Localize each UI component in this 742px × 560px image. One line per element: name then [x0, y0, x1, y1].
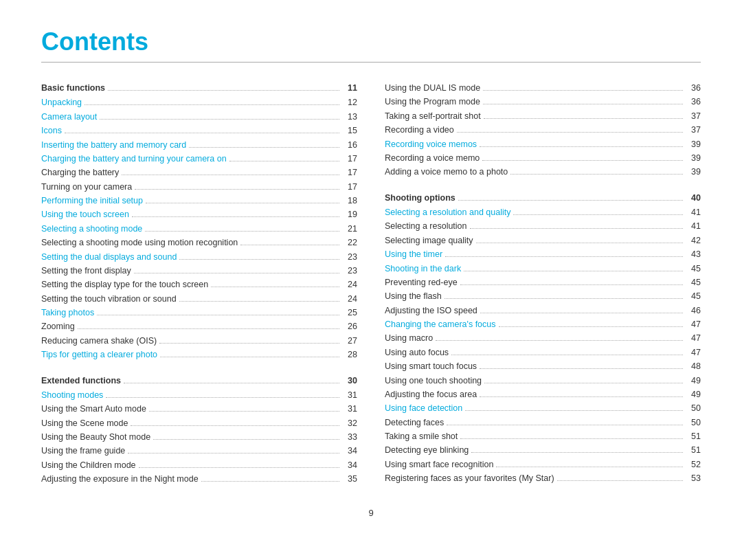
toc-dots	[470, 228, 683, 229]
toc-item: Using the Children mode34	[41, 459, 357, 472]
toc-page-num: 17	[342, 166, 357, 179]
toc-item: Unpacking12	[41, 96, 357, 109]
toc-dots	[445, 256, 683, 257]
toc-item: Using the timer43	[385, 248, 701, 261]
toc-section-header: Shooting options40	[385, 192, 701, 205]
toc-dots	[135, 189, 339, 190]
toc-item-label: Recording a video	[385, 124, 454, 137]
toc-item: Using auto focus47	[385, 346, 701, 359]
toc-dots	[457, 132, 683, 133]
toc-item: Icons15	[41, 124, 357, 137]
toc-page-num: 11	[342, 82, 357, 95]
toc-page-num: 37	[686, 124, 701, 137]
toc-page-num: 31	[342, 389, 357, 402]
toc-item: Using smart touch focus48	[385, 360, 701, 373]
toc-dots	[149, 411, 339, 412]
toc-item-label: Icons	[41, 124, 62, 137]
toc-item: Detecting eye blinking51	[385, 444, 701, 457]
toc-page-num: 22	[342, 236, 357, 249]
toc-item-label: Selecting a shooting mode using motion r…	[41, 236, 238, 249]
toc-item-label: Charging the battery and turning your ca…	[41, 153, 227, 166]
toc-dots	[480, 146, 683, 147]
toc-dots	[458, 200, 683, 201]
toc-item: Selecting a shooting mode21	[41, 223, 357, 236]
toc-section-header: Extended functions30	[41, 374, 357, 388]
toc-page-num: 18	[342, 194, 357, 208]
toc-dots	[557, 480, 683, 481]
toc-item-label: Camera layout	[41, 111, 97, 124]
toc-dots	[124, 383, 339, 383]
toc-section-header: Basic functions11	[41, 82, 357, 95]
toc-item-label: Preventing red-eye	[385, 276, 458, 289]
toc-dots	[97, 315, 339, 315]
section-header-label: Shooting options	[385, 192, 456, 205]
toc-page-num: 42	[686, 234, 701, 247]
toc-page-num: 34	[342, 445, 357, 458]
toc-page-num: 35	[342, 473, 357, 486]
toc-page-num: 36	[686, 82, 701, 95]
toc-item: Reducing camera shake (OIS)27	[41, 335, 357, 348]
toc-item: Turning on your camera17	[41, 181, 357, 194]
toc-dots	[146, 203, 339, 203]
toc-dots	[85, 104, 339, 105]
toc-item: Adjusting the focus area49	[385, 388, 701, 401]
toc-item: Taking a smile shot51	[385, 430, 701, 443]
toc-item-label: Using the Beauty Shot mode	[41, 431, 150, 444]
toc-item-label: Tips for getting a clearer photo	[41, 348, 157, 361]
toc-item-label: Using the Program mode	[385, 96, 480, 109]
toc-page-num: 23	[342, 265, 357, 278]
toc-item-label: Taking photos	[41, 306, 94, 320]
toc-item-label: Taking a smile shot	[385, 430, 458, 443]
toc-page-num: 49	[686, 388, 701, 401]
toc-page-num: 39	[686, 138, 701, 151]
toc-item-label: Selecting a resolution	[385, 220, 467, 233]
toc-item-label: Using the flash	[385, 290, 442, 303]
toc-item: Charging the battery and turning your ca…	[41, 153, 357, 166]
toc-dots	[460, 284, 683, 285]
toc-page-num: 53	[686, 472, 701, 485]
toc-columns: Basic functions11Unpacking12Camera layou…	[41, 82, 701, 487]
left-column: Basic functions11Unpacking12Camera layou…	[41, 82, 357, 487]
toc-page-num: 36	[686, 96, 701, 109]
toc-item: Adjusting the ISO speed46	[385, 304, 701, 317]
toc-item: Taking photos25	[41, 306, 357, 320]
toc-dots	[484, 118, 683, 119]
toc-page-num: 21	[342, 223, 357, 236]
toc-item: Selecting a shooting mode using motion r…	[41, 236, 357, 249]
toc-page-num: 27	[342, 335, 357, 348]
toc-page-num: 24	[342, 293, 357, 306]
toc-dots	[483, 104, 683, 104]
toc-page-num: 19	[342, 208, 357, 221]
toc-dots	[153, 439, 339, 440]
toc-page-num: 40	[686, 192, 701, 205]
toc-item-label: Reducing camera shake (OIS)	[41, 335, 157, 348]
toc-page-num: 47	[686, 332, 701, 345]
toc-item: Recording a voice memo39	[385, 152, 701, 165]
toc-item: Setting the front display23	[41, 265, 357, 278]
toc-item-label: Using auto focus	[385, 346, 449, 359]
toc-page-num: 48	[686, 360, 701, 373]
toc-item: Recording a video37	[385, 124, 701, 137]
toc-page-num: 25	[342, 306, 357, 320]
toc-dots	[201, 481, 339, 482]
section-header-label: Extended functions	[41, 374, 121, 388]
toc-page-num: 51	[686, 430, 701, 443]
toc-item: Preventing red-eye45	[385, 276, 701, 289]
toc-dots	[476, 243, 683, 243]
toc-item-label: Using the touch screen	[41, 208, 129, 221]
toc-dots	[465, 410, 683, 411]
toc-page-num: 41	[686, 206, 701, 219]
toc-dots	[471, 452, 683, 453]
toc-page-num: 28	[342, 348, 357, 361]
toc-dots	[436, 340, 683, 341]
toc-item: Performing the initial setup18	[41, 194, 357, 208]
toc-page-num: 39	[686, 166, 701, 179]
toc-page-num: 13	[342, 111, 357, 124]
toc-page-num: 39	[686, 152, 701, 165]
toc-page-num: 15	[342, 124, 357, 137]
toc-page-num: 31	[342, 403, 357, 416]
section-header-label: Basic functions	[41, 82, 105, 95]
toc-page-num: 17	[342, 153, 357, 166]
toc-item-label: Taking a self-portrait shot	[385, 110, 481, 123]
right-column: Using the DUAL IS mode36Using the Progra…	[385, 82, 701, 487]
